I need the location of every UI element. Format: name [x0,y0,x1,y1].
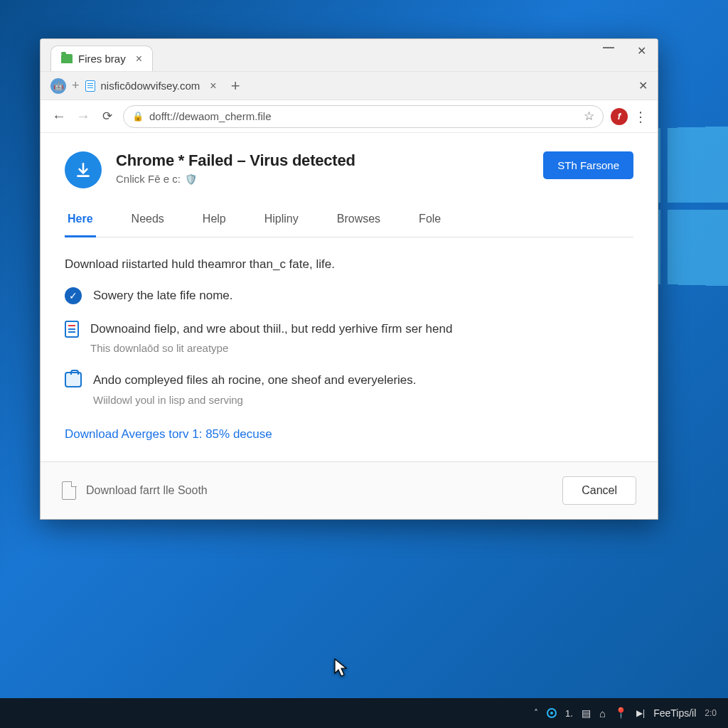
tray-app-icon[interactable]: ▤ [582,707,591,719]
tray-chevron-icon[interactable]: ˄ [534,708,538,718]
menu-button[interactable]: ⋯ [633,110,650,123]
tabrow-close-icon[interactable]: ✕ [638,79,648,92]
titlebar: Fires bray × — ✕ [41,39,658,72]
folder-icon [61,54,73,63]
taskbar[interactable]: ˄ 1. ▤ ⌂ 📍 ▶| FeeTips/il 2:0 [0,698,728,728]
list-item: ✓ Sowery the late fife nome. [65,287,633,305]
bookmark-star-icon[interactable]: ☆ [584,109,594,124]
browser-window: Fires bray × — ✕ 🤖 + nisficōdowvifsey.co… [40,38,658,520]
item3-subtext: Wiildowl youl in lisp and serving [93,392,417,408]
system-tray: ˄ 1. ▤ ⌂ 📍 ▶| FeeTips/il 2:0 [534,707,724,719]
tray-tips-label[interactable]: FeeTips/il [653,707,696,719]
intro-text: Download riistarted huld theamror than_c… [65,257,633,272]
content-tabs: Here Needs Help Hipliny Browses Fole [65,205,633,237]
item1-text: Sowery the late fife nome. [93,287,233,305]
tab-here[interactable]: Here [65,205,96,237]
new-tab-button[interactable]: + [231,77,240,95]
reload-button[interactable]: ⟳ [99,109,116,124]
item2-text: Downoaind fielp, and wre about thiil., b… [90,321,452,338]
tab2-label[interactable]: nisficōdowvifsey.com [101,80,200,92]
cursor-icon [334,658,348,678]
item2-subtext: This downlaōd so lit areatype [90,341,452,356]
tab2-close-icon[interactable]: × [210,80,216,92]
tab-close-icon[interactable]: × [136,53,142,65]
tab-hipliny[interactable]: Hipliny [262,205,301,237]
toolbar: ← → ⟳ 🔒 dofft://dewaom_cherm.file ☆ f ⋯ [41,100,658,133]
page-subtitle: Cnlick Fē e c: [116,173,181,185]
progress-link[interactable]: Download Averges torv 1: 85% decuse [65,427,633,441]
cancel-button[interactable]: Cancel [562,476,636,505]
page-icon [85,80,95,92]
tab-strip: Fires bray × [41,39,153,71]
close-window-button[interactable]: ✕ [625,39,658,62]
list-item: Ando compleyed files ah rocine, one sheo… [65,372,633,407]
tray-pin-icon[interactable]: 📍 [614,707,628,719]
download-icon [65,151,102,188]
primary-action-button[interactable]: STh Farsone [543,151,633,179]
address-bar[interactable]: 🔒 dofft://dewaom_cherm.file ☆ [123,105,604,128]
page-title: Chrome * Failed – Virus detected [116,151,529,170]
tab-strip-secondary: 🤖 + nisficōdowvifsey.com × + ✕ [41,72,658,100]
tray-play-icon[interactable]: ▶| [636,708,645,718]
package-icon [65,372,82,387]
tab-fole[interactable]: Fole [416,205,444,237]
forward-button[interactable]: → [75,108,92,124]
tab-help[interactable]: Help [200,205,229,237]
plus-small-icon[interactable]: + [72,78,80,93]
tab-browses[interactable]: Browses [334,205,383,237]
document-icon [65,321,79,338]
tab-needs[interactable]: Needs [129,205,167,237]
tray-clock[interactable]: 2:0 [705,708,717,718]
window-controls: — ✕ [592,39,658,62]
tray-status-icon[interactable] [547,708,557,718]
page-content: Chrome * Failed – Virus detected Cnlick … [41,133,658,441]
robot-icon[interactable]: 🤖 [50,78,66,94]
tab-label: Fires bray [78,53,126,65]
page-header: Chrome * Failed – Virus detected Cnlick … [65,151,633,188]
download-file-label: Download farrt lle Sooth [86,484,208,497]
lock-icon: 🔒 [132,111,144,122]
url-text: dofft://dewaom_cherm.file [149,110,271,122]
shield-icon: 🛡️ [185,173,197,185]
tray-number: 1. [565,708,573,719]
list-item: Downoaind fielp, and wre about thiil., b… [65,321,633,356]
back-button[interactable]: ← [50,108,68,124]
tab-active[interactable]: Fires bray × [50,46,153,71]
item3-text: Ando compleyed files ah rocine, one sheo… [93,372,417,390]
download-footer: Download farrt lle Sooth Cancel [41,461,658,519]
tray-home-icon[interactable]: ⌂ [599,707,606,719]
check-icon: ✓ [65,287,82,304]
extension-badge-icon[interactable]: f [611,108,628,125]
file-icon [62,481,76,500]
minimize-button[interactable]: — [592,36,625,59]
